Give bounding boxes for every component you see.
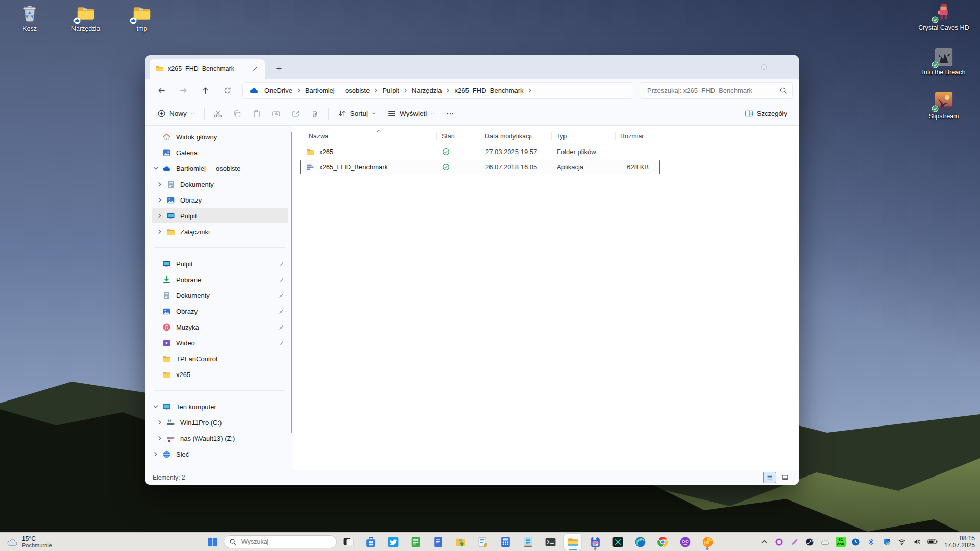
tray-clock-app-icon[interactable] — [848, 533, 864, 551]
sidebar-item-pulpit[interactable]: Pulpit — [152, 256, 288, 271]
taskbar-file-explorer[interactable] — [561, 533, 584, 551]
sidebar-item-galeria[interactable]: Galeria — [152, 145, 288, 160]
taskbar-task-view[interactable] — [337, 533, 359, 551]
more-options-button[interactable] — [440, 105, 460, 122]
sidebar-item-x265[interactable]: x265 — [152, 367, 288, 382]
chevron-down-icon[interactable] — [153, 165, 159, 171]
column-header-status[interactable]: Stan — [436, 129, 480, 144]
breadcrumb-item-x265-fhd-benchmark[interactable]: x265_FHD_Benchmark — [452, 87, 526, 94]
explorer-tab[interactable]: x265_FHD_Benchmark — [150, 59, 265, 79]
taskbar-clock[interactable]: 08:1517.07.2025 — [944, 535, 977, 549]
chevron-right-icon[interactable] — [157, 181, 163, 187]
sidebar-item-wideo[interactable]: Wideo — [152, 335, 288, 350]
new-tab-button[interactable] — [272, 62, 285, 75]
refresh-button[interactable] — [218, 82, 236, 98]
chevron-right-icon[interactable] — [526, 88, 534, 93]
chevron-right-icon[interactable] — [402, 88, 409, 93]
taskbar-backup-app[interactable] — [584, 533, 606, 551]
sidebar-item-win11pro-c[interactable]: Win11Pro (C:) — [152, 415, 288, 430]
cut-button[interactable] — [208, 105, 228, 122]
sidebar-item-tpfancontrol[interactable]: TPFanControl — [152, 351, 288, 366]
minimize-button[interactable] — [728, 55, 752, 79]
forward-button[interactable] — [175, 82, 192, 98]
sidebar-item-dokumenty[interactable]: Dokumenty — [152, 177, 288, 192]
desktop-icon-kosz[interactable]: Kosz — [5, 3, 54, 32]
taskbar-twitter[interactable] — [382, 533, 404, 551]
sidebar-item-pobrane[interactable]: Pobrane — [152, 272, 288, 287]
rename-button[interactable] — [266, 105, 286, 122]
tray-ring-app-icon[interactable] — [772, 533, 787, 551]
chevron-right-icon[interactable] — [444, 88, 452, 93]
breadcrumb-item-narz-dzia[interactable]: Narzędzia — [409, 87, 445, 94]
tray-bluetooth-icon[interactable] — [864, 533, 879, 551]
column-header-modified[interactable]: Data modyfikacji — [480, 129, 551, 144]
taskbar-calculator[interactable] — [494, 533, 517, 551]
search-box[interactable] — [640, 82, 793, 99]
sidebar-item-sie[interactable]: Sieć — [152, 446, 288, 462]
back-button[interactable] — [153, 82, 170, 98]
file-row-x265[interactable]: x26527.03.2025 19:57Folder plików — [300, 144, 660, 159]
taskbar-spreadsheet-app[interactable] — [404, 533, 427, 551]
chevron-down-icon[interactable] — [153, 404, 159, 410]
tray-steam-icon[interactable] — [802, 533, 818, 551]
chevron-right-icon[interactable] — [153, 451, 159, 457]
taskbar-document-app[interactable] — [427, 533, 449, 551]
sidebar-item-obrazy[interactable]: Obrazy — [152, 192, 288, 208]
breadcrumb-item-onedrive[interactable]: OneDrive — [262, 87, 295, 94]
file-row-x265-fhd-benchmark[interactable]: x265_FHD_Benchmark26.07.2018 16:05Aplika… — [300, 160, 660, 174]
sidebar-item-widok-g-wny[interactable]: Widok główny — [152, 129, 288, 144]
chevron-right-icon[interactable] — [157, 435, 163, 441]
taskbar-edge[interactable] — [629, 533, 651, 551]
sidebar-item-dokumenty[interactable]: Dokumenty — [152, 288, 288, 303]
taskbar-search[interactable] — [224, 535, 337, 548]
breadcrumb-item-bart-omiej-osobiste[interactable]: Bartłomiej — osobiste — [303, 87, 372, 94]
sidebar-item-ten-komputer[interactable]: Ten komputer — [152, 399, 288, 414]
tray-onedrive-sync-icon[interactable] — [818, 533, 833, 551]
tray-wifi-icon[interactable] — [894, 533, 910, 551]
column-header-size[interactable]: Rozmiar — [615, 129, 652, 144]
chevron-right-icon[interactable] — [157, 229, 163, 235]
maximize-button[interactable] — [752, 55, 775, 79]
details-pane-button[interactable]: Szczegóły — [739, 105, 793, 122]
desktop-icon-narz-dzia[interactable]: Narzędzia — [61, 3, 110, 32]
sidebar-scrollbar[interactable] — [291, 132, 292, 433]
taskbar-microsoft-store[interactable] — [359, 533, 382, 551]
search-input[interactable] — [646, 86, 779, 95]
tray-hidden-icons-icon[interactable] — [756, 533, 772, 551]
sidebar-item-nas-vault13-z[interactable]: nas (\\Vault13) (Z:) — [152, 431, 288, 446]
sidebar-item-muzyka[interactable]: Muzyka — [152, 319, 288, 335]
new-button[interactable]: Nowy — [152, 105, 201, 122]
close-button[interactable] — [775, 55, 799, 79]
sidebar-item-za-czniki[interactable]: Załączniki — [152, 224, 288, 239]
paste-button[interactable] — [247, 105, 266, 122]
share-button[interactable] — [286, 105, 305, 122]
tray-volume-icon[interactable] — [910, 533, 925, 551]
tab-close-icon[interactable] — [250, 63, 261, 74]
desktop-icon-crystal-caves-hd[interactable]: Crystal Caves HD — [919, 2, 968, 31]
copy-button[interactable] — [228, 105, 247, 122]
taskbar-firefox[interactable] — [696, 533, 719, 551]
chevron-right-icon[interactable] — [157, 419, 163, 425]
desktop-icon-into-the-breach[interactable]: Into the Breach — [919, 47, 968, 76]
taskbar-notepad[interactable] — [517, 533, 539, 551]
view-button[interactable]: Wyświetl — [382, 105, 440, 122]
taskbar-editor-app[interactable] — [472, 533, 494, 551]
sidebar-item-obrazy[interactable]: Obrazy — [152, 304, 288, 319]
tray-cpu-monitor[interactable]: 61cpu — [836, 537, 846, 547]
breadcrumb-item-pulpit[interactable]: Pulpit — [380, 87, 402, 94]
large-icons-view-toggle[interactable] — [778, 472, 792, 483]
chevron-right-icon[interactable] — [372, 88, 380, 93]
sidebar-item-bart-omiej-osobiste[interactable]: Bartłomiej — osobiste — [152, 161, 288, 176]
tray-windows-security-icon[interactable] — [879, 533, 894, 551]
taskbar-dark-utility-app[interactable] — [606, 533, 629, 551]
delete-button[interactable] — [305, 105, 325, 122]
sidebar-item-pulpit[interactable]: Pulpit — [152, 208, 288, 223]
taskbar-file-transfer-app[interactable] — [449, 533, 472, 551]
column-header-name[interactable]: Nazwa — [300, 129, 436, 144]
weather-widget[interactable]: 15°C Pochmurnie — [6, 533, 52, 551]
tray-battery-icon[interactable] — [925, 533, 940, 551]
chevron-right-icon[interactable] — [157, 197, 163, 203]
column-header-type[interactable]: Typ — [551, 129, 615, 144]
taskbar-terminal[interactable] — [539, 533, 561, 551]
start-button[interactable] — [205, 535, 219, 548]
